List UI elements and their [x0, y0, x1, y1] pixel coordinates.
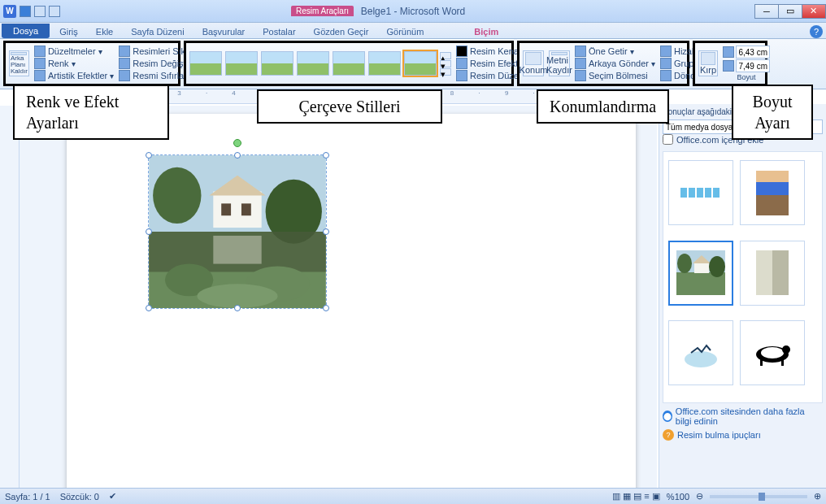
brightness-icon [34, 46, 46, 57]
front-icon [575, 46, 586, 57]
style-thumb[interactable] [261, 51, 293, 76]
landscape-clipart [149, 155, 326, 308]
view-buttons[interactable]: ▥ ▦ ▤ ≡ ▣ [612, 491, 660, 502]
clip-item[interactable] [668, 320, 733, 385]
tab-home[interactable]: Giriş [51, 25, 86, 38]
selected-picture[interactable] [148, 154, 327, 309]
resize-handle[interactable] [323, 305, 329, 311]
layout-icon [456, 70, 467, 81]
zoom-slider[interactable] [710, 495, 807, 498]
svg-point-19 [685, 351, 717, 367]
svg-rect-15 [694, 262, 709, 273]
officecom-link[interactable]: ⬤Office.com sitesinden daha fazla bilgi … [663, 406, 823, 426]
remove-background-button[interactable]: Arka Planı Kaldır [9, 50, 29, 76]
svg-rect-6 [221, 203, 231, 215]
window-title: Belge1 - Microsoft Word [0, 6, 826, 17]
ribbon-group-adjust: Arka Planı Kaldır Düzeltmeler ▾ Renk ▾ A… [3, 41, 180, 86]
tab-insert[interactable]: Ekle [88, 25, 121, 38]
position-button[interactable]: Konum [523, 50, 544, 76]
help-button[interactable]: ? [810, 25, 823, 38]
resize-handle[interactable] [146, 152, 152, 159]
style-thumb[interactable] [368, 51, 401, 76]
page-status: Sayfa: 1 / 1 [5, 492, 50, 502]
zoom-in[interactable]: ⊕ [814, 491, 821, 502]
reset-icon [119, 70, 130, 81]
gallery-more[interactable]: ▾ [440, 68, 451, 76]
zoom-level[interactable]: %100 [667, 492, 689, 502]
style-thumb-selected[interactable] [404, 51, 437, 76]
annotation-adjust: Renk ve Efekt Ayarları [13, 85, 169, 140]
gallery-down[interactable]: ▾ [440, 60, 451, 67]
gallery-up[interactable]: ▴ [440, 52, 451, 59]
svg-point-18 [709, 256, 725, 277]
document-area [20, 106, 657, 488]
crop-button[interactable]: Kırp [698, 50, 718, 76]
rotate-icon [660, 70, 672, 81]
style-thumb[interactable] [297, 51, 329, 76]
help-icon: ? [663, 429, 674, 441]
annotation-arrange: Konumlandırma [537, 89, 669, 124]
resize-handle[interactable] [146, 228, 152, 235]
resize-handle[interactable] [323, 152, 329, 159]
tab-file[interactable]: Dosya [2, 24, 50, 38]
svg-rect-9 [213, 236, 261, 264]
tab-mailings[interactable]: Postalar [254, 25, 303, 38]
hints-link[interactable]: ?Resim bulma ipuçları [663, 429, 823, 441]
group-icon [660, 58, 672, 69]
tab-view[interactable]: Görünüm [378, 25, 432, 38]
height-icon [723, 46, 734, 58]
bring-front-button[interactable]: Öne Getir ▾ [575, 46, 655, 57]
svg-point-2 [153, 167, 201, 224]
annotation-size: Boyut Ayarı [732, 85, 813, 140]
globe-icon: ⬤ [663, 411, 672, 422]
svg-point-24 [782, 345, 790, 354]
spellcheck-icon[interactable]: ✔ [109, 491, 116, 502]
color-button[interactable]: Renk ▾ [34, 58, 114, 69]
title-bar: W Belge1 - Microsoft Word Resim Araçları… [0, 0, 826, 23]
width-icon [723, 60, 734, 72]
picture-style-gallery[interactable]: ▴ ▾ ▾ [189, 51, 451, 76]
wrap-text-button[interactable]: Metni Kaydır [549, 50, 570, 76]
svg-point-21 [761, 347, 784, 358]
align-icon [660, 46, 672, 57]
clip-item-selected[interactable] [668, 241, 733, 306]
ribbon-tabs: Dosya Giriş Ekle Sayfa Düzeni Başvurular… [0, 23, 826, 39]
resize-handle[interactable] [146, 305, 152, 311]
svg-rect-7 [241, 203, 251, 215]
clip-item[interactable] [740, 241, 805, 306]
remove-bg-label: Arka Planı Kaldır [11, 55, 28, 75]
tab-review[interactable]: Gözden Geçir [306, 25, 377, 38]
selection-pane-button[interactable]: Seçim Bölmesi [575, 70, 655, 81]
clipart-pane: Sonuçlar aşağıdaki gibi olmalıdır: Offic… [659, 104, 826, 488]
tab-format[interactable]: Biçim [466, 25, 506, 38]
resize-handle[interactable] [234, 152, 241, 159]
style-thumb[interactable] [225, 51, 258, 76]
zoom-out[interactable]: ⊖ [696, 491, 703, 502]
rotate-handle[interactable] [233, 139, 241, 147]
ribbon-group-styles: ▴ ▾ ▾ Resim Kenarlığı ▾ Resim Efektleri … [184, 41, 514, 86]
svg-rect-22 [760, 359, 763, 366]
size-group-label: Boyut [723, 73, 770, 81]
send-back-button[interactable]: Arkaya Gönder ▾ [575, 58, 655, 69]
compress-icon [119, 46, 130, 57]
clip-item[interactable] [668, 160, 733, 225]
resize-handle[interactable] [234, 305, 241, 311]
resize-handle[interactable] [323, 228, 329, 235]
artistic-button[interactable]: Artistik Efektler ▾ [34, 70, 114, 81]
tab-layout[interactable]: Sayfa Düzeni [123, 25, 192, 38]
clip-item[interactable] [740, 320, 805, 385]
word-count: Sözcük: 0 [60, 492, 99, 502]
clip-item[interactable] [740, 160, 805, 225]
width-input[interactable] [736, 59, 770, 72]
style-thumb[interactable] [333, 51, 365, 76]
page[interactable] [67, 114, 636, 488]
tab-references[interactable]: Başvurular [194, 25, 254, 38]
svg-rect-23 [781, 359, 784, 366]
style-thumb[interactable] [189, 51, 222, 76]
annotation-styles: Çerçeve Stilleri [257, 89, 442, 124]
ribbon-group-size: Kırp Boyut [693, 41, 767, 86]
corrections-button[interactable]: Düzeltmeler ▾ [34, 46, 114, 57]
height-input[interactable] [736, 46, 770, 59]
clipart-results [663, 151, 823, 403]
change-icon [119, 58, 130, 69]
